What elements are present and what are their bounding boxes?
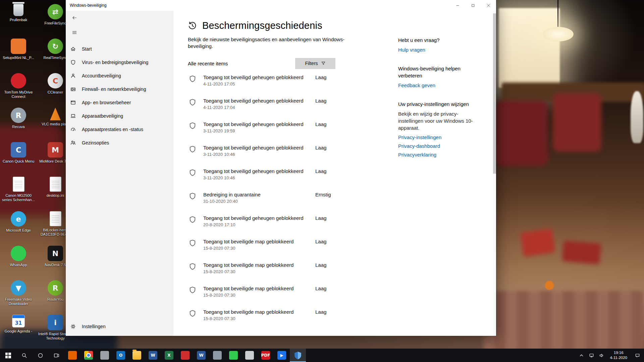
desktop-icon-google-agenda[interactable]: 31 Google Agenda - [0,312,37,347]
recuva-icon: R [11,108,26,123]
history-item-10[interactable]: Toegang tot beveiligde map geblokkeerd 1… [188,309,496,333]
privacy-link-1[interactable]: Privacy-dashboard [398,143,483,149]
shield-icon [189,216,196,223]
shield-icon [189,263,196,270]
taskbar-app-chrome[interactable] [80,349,97,362]
desktop-icon-microsoft-edge[interactable]: e Microsoft Edge [0,208,37,243]
history-item-title: Toegang tot beveiligd geheugen geblokkee… [203,74,315,81]
desktop-icon-tomtom-mydrive[interactable]: TomTom MyDrive Connect [0,70,37,105]
sidebar-item-virus[interactable]: Virus- en bedreigingsbeveiliging [66,56,173,69]
routeyou-icon: R [48,280,63,296]
history-item-text: Toegang tot beveiligd geheugen geblokkee… [203,98,315,110]
taskbar-app-word-document[interactable]: W [193,349,209,362]
give-feedback-link[interactable]: Feedback geven [398,82,483,88]
start-button[interactable] [0,349,16,362]
sidebar-item-firewall[interactable]: Firewall- en netwerkbeveiliging [66,82,173,96]
history-item-5[interactable]: Bedreiging in quarantaine 31-10-2020 20:… [188,192,496,215]
history-item-7[interactable]: Toegang tot beveiligde map geblokkeerd 1… [188,239,496,262]
desktop-icon-label: RouteYou [47,297,63,302]
desktop-icon-setup-x86[interactable]: Setupx86nl NL_P... [0,36,37,70]
desktop-icon-canon-mg2500[interactable]: Canon MG2500 series Schermhan... [0,174,37,208]
get-help-link[interactable]: Hulp vragen [398,47,483,53]
filters-button[interactable]: Filters [295,58,335,69]
taskbar-app-share-app[interactable]: ▶ [274,349,290,362]
sidebar-item-start[interactable]: Start [66,42,173,56]
history-item-title: Toegang tot beveiligde map geblokkeerd [203,239,315,245]
taskbar-app-whatsapp[interactable] [225,349,241,362]
history-item-text: Toegang tot beveiligd geheugen geblokkee… [203,168,315,181]
menu-button[interactable] [68,27,81,38]
sidebar-item-apps-browser[interactable]: App- en browserbeheer [66,96,173,109]
taskbar: O W X W [0,349,644,362]
history-item-title: Toegang tot beveiligd geheugen geblokkee… [203,121,315,128]
screen: Prullenbak ⇄ FreeFileSync Setupx86nl NL_… [0,0,644,362]
taskbar-app-word[interactable]: W [145,349,161,362]
freefilesync-icon: ⇄ [48,4,63,19]
volume-icon [599,353,604,358]
network-button[interactable] [586,349,596,362]
desktop-icon-canon-quick-menu[interactable]: C Canon Quick Menu [0,139,37,174]
desktop-icon-recuva[interactable]: R Recuva [0,105,37,139]
back-button[interactable] [68,13,81,23]
home-icon [70,46,76,52]
whatsapp-icon [229,351,238,360]
history-item-8[interactable]: Toegang tot beveiligde map geblokkeerd 1… [188,262,496,286]
close-button[interactable] [481,0,496,11]
desktop-icon-label: Freemake Video Downloader [1,297,36,306]
sidebar-item-label: Virus- en bedreigingsbeveiliging [82,60,148,65]
word-document-icon: W [197,351,206,360]
sidebar-item-account[interactable]: Accountbeveiliging [66,69,173,82]
taskbar-app-firefox[interactable] [64,349,80,362]
clock[interactable]: 19:16 4-11-2020 [606,350,631,360]
history-item-4[interactable]: Toegang tot beveiligd geheugen geblokkee… [188,168,496,192]
help-aside: Hebt u een vraag? Hulp vragen Windows-be… [398,37,483,158]
privacy-link-2[interactable]: Privacyverklaring [398,152,483,158]
volume-button[interactable] [596,349,606,362]
taskbar-app-file-manager[interactable] [209,349,225,362]
tomtom-mydrive-icon [11,73,26,88]
taskbar-search-button[interactable] [16,349,32,362]
sidebar-item-settings[interactable]: Instellingen [66,320,173,333]
firefox-icon [68,351,77,360]
history-item-9[interactable]: Toegang tot beveiligde map geblokkeerd 1… [188,286,496,309]
desktop-icon-label: WhatsApp [10,263,27,267]
taskbar-app-notes[interactable] [241,349,258,362]
desktop-icon-prullenbak[interactable]: Prullenbak [0,1,37,36]
question-heading: Hebt u een vraag? [398,37,483,44]
history-item-severity: Laag [315,262,496,268]
desktop-icon-label: desktop.ini [47,193,64,198]
history-item-6[interactable]: Toegang tot beveiligd geheugen geblokkee… [188,215,496,239]
sidebar-item-device[interactable]: Apparaatbeveiliging [66,109,173,123]
chrome-icon [84,351,93,360]
desktop-icon-label: VLC media pla... [42,122,69,126]
history-item-title: Toegang tot beveiligd geheugen geblokkee… [203,168,315,175]
feedback-heading: Windows-beveiliging helpen verbeteren [398,65,469,79]
taskbar-app-excel[interactable]: X [161,349,177,362]
desktop-icon-freemake[interactable]: ▼ Freemake Video Downloader [0,278,37,312]
privacy-link-0[interactable]: Privacy-instellingen [398,134,483,140]
titlebar[interactable]: Windows-beveiliging [66,0,496,11]
task-view-button[interactable] [48,349,64,362]
taskbar-app-outlook[interactable]: O [113,349,129,362]
maximize-button[interactable] [465,0,481,11]
desktop-icons: Prullenbak ⇄ FreeFileSync Setupx86nl NL_… [0,1,74,347]
sidebar-item-performance[interactable]: Apparaatprestaties en -status [66,123,173,136]
taskbar-app-pdf-reader[interactable]: PDF [258,349,274,362]
person-icon [70,73,76,78]
history-item-date: 4-11-2020 17:04 [203,105,315,110]
taskbar-app-file-explorer[interactable] [129,349,145,362]
minimize-button[interactable] [450,0,465,11]
photo-rug [483,291,644,351]
action-center-button[interactable] [631,349,644,362]
taskbar-app-printer-utility[interactable] [97,349,113,362]
tray-overflow-button[interactable] [576,349,586,362]
desktop-icon-label: NavDesk 7.5 [45,263,66,267]
clock-time: 19:16 [610,350,627,355]
taskbar-app-windows-security[interactable] [290,349,306,362]
desktop-icon-whatsapp[interactable]: WhatsApp [0,243,37,278]
scrollbar-thumb[interactable] [493,13,496,174]
sidebar-item-family[interactable]: Gezinsopties [66,136,173,149]
taskbar-app-media-player[interactable] [177,349,193,362]
cortana-button[interactable] [32,349,48,362]
desktop-icon-label: Prullenbak [10,18,27,22]
